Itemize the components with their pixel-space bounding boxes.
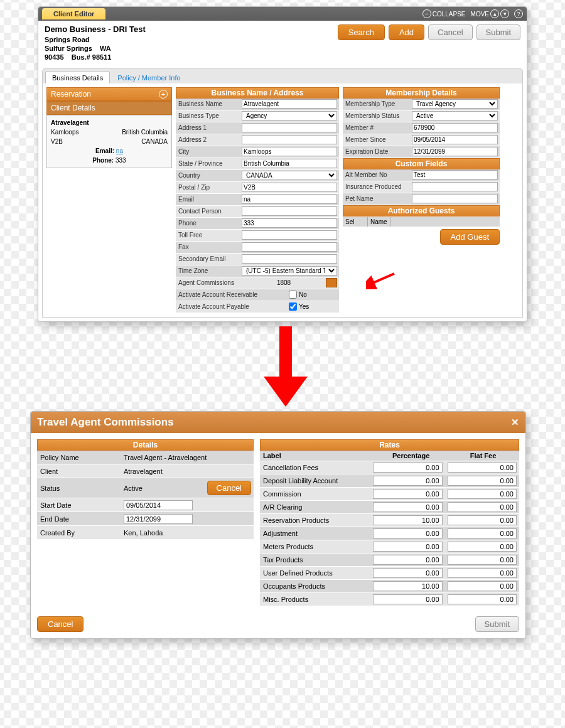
ap-checkbox[interactable] <box>289 302 297 311</box>
created-by-value: Ken, Lahoda <box>122 529 254 537</box>
country-select[interactable]: CANADA <box>242 171 337 180</box>
details-column: Details Policy NameTravel Agent - Atrave… <box>37 439 254 606</box>
rates-table-body: Cancellation FeesDeposit Liability Accou… <box>260 461 519 606</box>
end-date-input[interactable] <box>124 514 193 524</box>
secondary-email-input[interactable] <box>242 254 337 264</box>
membership-type-select[interactable]: Travel Agency <box>412 99 498 109</box>
alt-member-input[interactable] <box>412 170 498 179</box>
insurance-input[interactable] <box>412 182 498 191</box>
cancel-button[interactable]: Cancel <box>428 24 472 40</box>
close-icon[interactable]: ✕ <box>511 417 519 428</box>
rate-percentage-input[interactable] <box>373 463 442 473</box>
rate-flatfee-input[interactable] <box>448 594 517 604</box>
rate-flatfee-input[interactable] <box>448 581 517 591</box>
address1-input[interactable] <box>242 123 337 132</box>
commissions-edit-button[interactable] <box>326 278 337 287</box>
move-control[interactable]: MOVE ▴ ▾ <box>471 9 509 18</box>
rate-flatfee-input[interactable] <box>448 489 517 499</box>
rate-percentage-input[interactable] <box>373 489 442 499</box>
add-button[interactable]: Add <box>389 24 424 40</box>
rate-label: Reservation Products <box>260 517 370 524</box>
client-name: Atravelagent <box>51 118 168 127</box>
chevron-up-icon: ▴ <box>490 9 499 18</box>
rate-percentage-input[interactable] <box>373 528 442 538</box>
plus-icon[interactable]: + <box>159 90 168 99</box>
rates-table-header: Label Percentage Flat Fee <box>260 451 519 461</box>
rate-percentage-input[interactable] <box>373 581 442 591</box>
rate-flatfee-input[interactable] <box>448 555 517 565</box>
email-link[interactable]: na <box>116 147 123 154</box>
fax-input[interactable] <box>242 242 337 252</box>
rate-label: Deposit Liability Account <box>260 477 370 484</box>
flow-arrow-icon <box>264 326 308 408</box>
rate-label: Occupants Products <box>260 582 370 590</box>
phone-input[interactable] <box>242 218 337 228</box>
rate-row: User Defined Products <box>260 567 519 580</box>
search-button[interactable]: Search <box>338 24 385 40</box>
rate-percentage-input[interactable] <box>373 502 442 512</box>
business-name-input[interactable] <box>242 99 337 109</box>
rate-percentage-input[interactable] <box>373 594 442 604</box>
rate-row: Cancellation Fees <box>260 461 519 474</box>
rate-label: Adjustment <box>260 530 370 537</box>
membership-status-select[interactable]: Active <box>412 111 498 120</box>
tab-policy-member[interactable]: Policy / Member Info <box>111 72 186 83</box>
rate-label: A/R Clearing <box>260 503 370 511</box>
minus-icon: − <box>422 9 431 18</box>
member-since-input[interactable] <box>412 135 498 144</box>
help-icon[interactable]: ? <box>514 9 523 18</box>
member-number-input[interactable] <box>412 123 498 132</box>
rate-percentage-input[interactable] <box>373 515 442 525</box>
rate-row: Commission <box>260 488 519 501</box>
details-header: Details <box>37 439 254 451</box>
state-input[interactable] <box>242 159 337 168</box>
start-date-input[interactable] <box>124 500 193 510</box>
membership-section-header: Membership Details <box>343 87 500 99</box>
collapse-button[interactable]: − COLLAPSE <box>422 9 466 18</box>
modal-submit-button[interactable]: Submit <box>475 616 519 632</box>
rate-percentage-input[interactable] <box>373 568 442 578</box>
client-card: Atravelagent Kamloops British Columbia V… <box>46 115 172 168</box>
panel-body: Reservation + Client Details Atravelagen… <box>42 83 523 318</box>
contact-input[interactable] <box>242 206 337 216</box>
modal-cancel-button[interactable]: Cancel <box>37 616 83 632</box>
ar-checkbox[interactable] <box>289 291 297 299</box>
rate-label: User Defined Products <box>260 569 370 577</box>
rate-percentage-input[interactable] <box>373 476 442 486</box>
commissions-value: 1808 <box>242 279 324 286</box>
rate-flatfee-input[interactable] <box>448 542 517 552</box>
rate-percentage-input[interactable] <box>373 555 442 565</box>
reservation-header[interactable]: Reservation + <box>46 87 172 101</box>
city-input[interactable] <box>242 147 337 156</box>
rate-flatfee-input[interactable] <box>448 515 517 525</box>
rate-flatfee-input[interactable] <box>448 502 517 512</box>
panel-title-tab: Client Editor <box>42 8 105 19</box>
add-guest-button[interactable]: Add Guest <box>440 229 500 245</box>
client-editor-panel: Client Editor − COLLAPSE MOVE ▴ ▾ ? Demo… <box>38 6 527 322</box>
status-value: Active <box>124 484 143 492</box>
rate-flatfee-input[interactable] <box>448 528 517 538</box>
rate-label: Commission <box>260 490 370 498</box>
timezone-select[interactable]: (UTC -5) Eastern Standard Tim <box>242 266 337 276</box>
rate-flatfee-input[interactable] <box>448 568 517 578</box>
modal-title-bar: Travel Agent Commissions ✕ <box>31 412 525 433</box>
email-input[interactable] <box>242 195 337 204</box>
rate-flatfee-input[interactable] <box>448 463 517 473</box>
tab-business-details[interactable]: Business Details <box>45 71 110 83</box>
expiration-input[interactable] <box>412 147 498 156</box>
rate-percentage-input[interactable] <box>373 542 442 552</box>
address2-input[interactable] <box>242 135 337 144</box>
submit-button[interactable]: Submit <box>476 24 520 40</box>
status-cancel-button[interactable]: Cancel <box>207 481 251 495</box>
tollfree-input[interactable] <box>242 230 337 240</box>
title-bar: Client Editor − COLLAPSE MOVE ▴ ▾ ? <box>38 7 527 21</box>
chevron-down-icon: ▾ <box>500 9 509 18</box>
header: Demo Business - DRI Test Springs Road Su… <box>38 21 527 66</box>
rate-flatfee-input[interactable] <box>448 476 517 486</box>
rate-label: Meters Products <box>260 543 370 550</box>
client-details-header: Client Details <box>46 101 172 115</box>
business-type-select[interactable]: Agency <box>242 111 337 120</box>
postal-input[interactable] <box>242 183 337 192</box>
pet-name-input[interactable] <box>412 194 498 203</box>
rate-row: Misc. Products <box>260 593 519 606</box>
